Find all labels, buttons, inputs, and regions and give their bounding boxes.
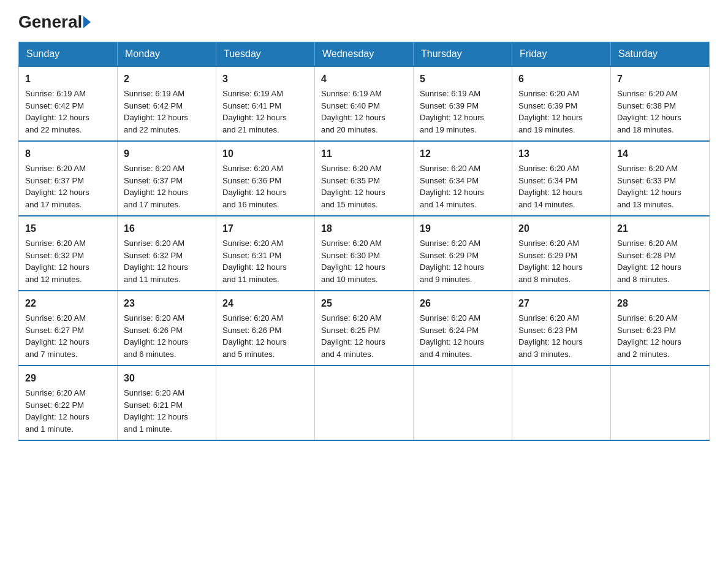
calendar-cell: 27 Sunrise: 6:20 AM Sunset: 6:23 PM Dayl… xyxy=(512,291,611,366)
day-number: 17 xyxy=(222,221,308,236)
day-header-friday: Friday xyxy=(512,42,611,67)
day-number: 28 xyxy=(617,296,703,311)
calendar-cell: 15 Sunrise: 6:20 AM Sunset: 6:32 PM Dayl… xyxy=(19,216,118,291)
calendar-cell: 30 Sunrise: 6:20 AM Sunset: 6:21 PM Dayl… xyxy=(118,366,216,440)
calendar-cell: 4 Sunrise: 6:19 AM Sunset: 6:40 PM Dayli… xyxy=(315,66,414,141)
day-number: 11 xyxy=(321,147,407,161)
calendar-cell: 29 Sunrise: 6:20 AM Sunset: 6:22 PM Dayl… xyxy=(19,366,118,440)
logo-general: General xyxy=(18,12,82,32)
calendar-cell xyxy=(611,366,710,440)
page-header: General xyxy=(18,12,710,29)
calendar-cell: 17 Sunrise: 6:20 AM Sunset: 6:31 PM Dayl… xyxy=(216,216,315,291)
day-number: 1 xyxy=(25,72,111,86)
calendar-cell: 18 Sunrise: 6:20 AM Sunset: 6:30 PM Dayl… xyxy=(315,216,414,291)
calendar-cell xyxy=(216,366,315,440)
day-number: 21 xyxy=(617,221,703,236)
calendar-cell xyxy=(414,366,512,440)
calendar-cell: 21 Sunrise: 6:20 AM Sunset: 6:28 PM Dayl… xyxy=(611,216,710,291)
calendar-cell: 8 Sunrise: 6:20 AM Sunset: 6:37 PM Dayli… xyxy=(19,141,118,216)
calendar-cell: 5 Sunrise: 6:19 AM Sunset: 6:39 PM Dayli… xyxy=(414,66,512,141)
day-number: 8 xyxy=(25,147,111,161)
calendar-cell: 10 Sunrise: 6:20 AM Sunset: 6:36 PM Dayl… xyxy=(216,141,315,216)
logo: General xyxy=(18,12,92,29)
day-number: 24 xyxy=(222,296,308,311)
calendar-cell: 24 Sunrise: 6:20 AM Sunset: 6:26 PM Dayl… xyxy=(216,291,315,366)
day-number: 12 xyxy=(420,147,506,161)
calendar-cell: 22 Sunrise: 6:20 AM Sunset: 6:27 PM Dayl… xyxy=(19,291,118,366)
calendar-cell: 20 Sunrise: 6:20 AM Sunset: 6:29 PM Dayl… xyxy=(512,216,611,291)
day-header-thursday: Thursday xyxy=(414,42,512,67)
day-number: 26 xyxy=(420,296,506,311)
calendar-cell xyxy=(315,366,414,440)
day-number: 16 xyxy=(124,221,210,236)
calendar-cell: 11 Sunrise: 6:20 AM Sunset: 6:35 PM Dayl… xyxy=(315,141,414,216)
calendar-cell: 16 Sunrise: 6:20 AM Sunset: 6:32 PM Dayl… xyxy=(118,216,216,291)
calendar-cell: 28 Sunrise: 6:20 AM Sunset: 6:23 PM Dayl… xyxy=(611,291,710,366)
day-number: 30 xyxy=(124,371,210,386)
day-number: 25 xyxy=(321,296,407,311)
day-number: 7 xyxy=(617,72,703,86)
day-number: 19 xyxy=(420,221,506,236)
day-header-saturday: Saturday xyxy=(611,42,710,67)
calendar-cell: 7 Sunrise: 6:20 AM Sunset: 6:38 PM Dayli… xyxy=(611,66,710,141)
calendar-cell: 14 Sunrise: 6:20 AM Sunset: 6:33 PM Dayl… xyxy=(611,141,710,216)
day-number: 2 xyxy=(124,72,210,86)
day-number: 23 xyxy=(124,296,210,311)
calendar-cell: 3 Sunrise: 6:19 AM Sunset: 6:41 PM Dayli… xyxy=(216,66,315,141)
logo-triangle-icon xyxy=(83,16,91,28)
day-number: 10 xyxy=(222,147,308,161)
calendar-cell: 12 Sunrise: 6:20 AM Sunset: 6:34 PM Dayl… xyxy=(414,141,512,216)
calendar-cell: 2 Sunrise: 6:19 AM Sunset: 6:42 PM Dayli… xyxy=(118,66,216,141)
day-number: 9 xyxy=(124,147,210,161)
day-header-tuesday: Tuesday xyxy=(216,42,315,67)
day-number: 3 xyxy=(222,72,308,86)
day-header-monday: Monday xyxy=(118,42,216,67)
day-number: 18 xyxy=(321,221,407,236)
calendar-cell: 6 Sunrise: 6:20 AM Sunset: 6:39 PM Dayli… xyxy=(512,66,611,141)
calendar-cell: 19 Sunrise: 6:20 AM Sunset: 6:29 PM Dayl… xyxy=(414,216,512,291)
day-header-wednesday: Wednesday xyxy=(315,42,414,67)
day-number: 5 xyxy=(420,72,506,86)
week-row-5: 29 Sunrise: 6:20 AM Sunset: 6:22 PM Dayl… xyxy=(19,366,710,440)
day-number: 20 xyxy=(518,221,604,236)
calendar-cell: 9 Sunrise: 6:20 AM Sunset: 6:37 PM Dayli… xyxy=(118,141,216,216)
day-number: 27 xyxy=(518,296,604,311)
day-number: 22 xyxy=(25,296,111,311)
week-row-3: 15 Sunrise: 6:20 AM Sunset: 6:32 PM Dayl… xyxy=(19,216,710,291)
week-row-4: 22 Sunrise: 6:20 AM Sunset: 6:27 PM Dayl… xyxy=(19,291,710,366)
calendar-cell: 1 Sunrise: 6:19 AM Sunset: 6:42 PM Dayli… xyxy=(19,66,118,141)
calendar-cell xyxy=(512,366,611,440)
week-row-1: 1 Sunrise: 6:19 AM Sunset: 6:42 PM Dayli… xyxy=(19,66,710,141)
calendar-cell: 26 Sunrise: 6:20 AM Sunset: 6:24 PM Dayl… xyxy=(414,291,512,366)
day-number: 13 xyxy=(518,147,604,161)
calendar-cell: 13 Sunrise: 6:20 AM Sunset: 6:34 PM Dayl… xyxy=(512,141,611,216)
calendar-cell: 25 Sunrise: 6:20 AM Sunset: 6:25 PM Dayl… xyxy=(315,291,414,366)
day-number: 14 xyxy=(617,147,703,161)
day-number: 4 xyxy=(321,72,407,86)
day-header-sunday: Sunday xyxy=(19,42,118,67)
header-row: SundayMondayTuesdayWednesdayThursdayFrid… xyxy=(19,42,710,67)
week-row-2: 8 Sunrise: 6:20 AM Sunset: 6:37 PM Dayli… xyxy=(19,141,710,216)
day-number: 15 xyxy=(25,221,111,236)
day-number: 29 xyxy=(25,371,111,386)
day-number: 6 xyxy=(518,72,604,86)
calendar-cell: 23 Sunrise: 6:20 AM Sunset: 6:26 PM Dayl… xyxy=(118,291,216,366)
calendar-table: SundayMondayTuesdayWednesdayThursdayFrid… xyxy=(18,42,710,441)
